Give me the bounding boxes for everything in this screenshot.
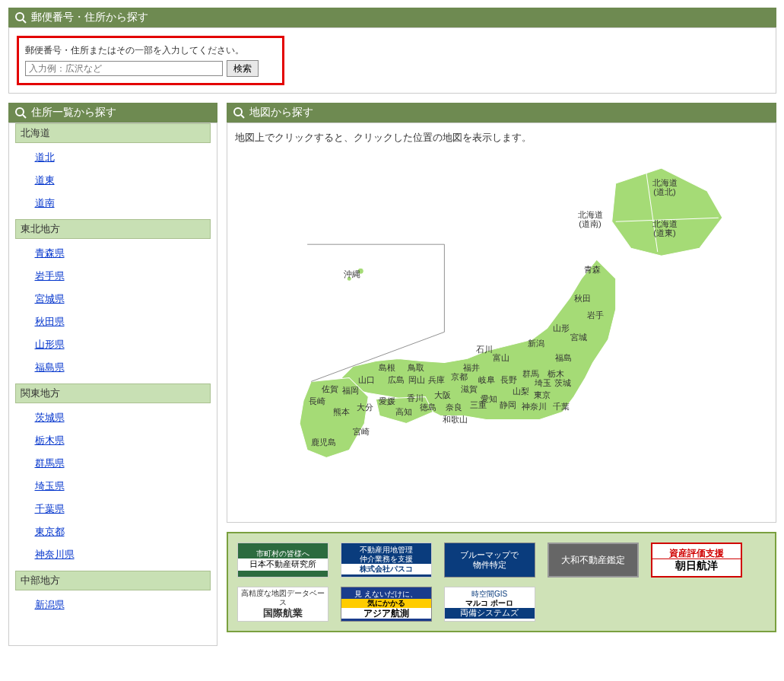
- map-region-label[interactable]: 北海道(道北): [652, 178, 678, 196]
- map-region-label[interactable]: 佐賀: [322, 384, 338, 393]
- map-region-label[interactable]: 滋賀: [461, 384, 478, 393]
- ad-banner[interactable]: 不動産用地管理仲介業務を支援株式会社パスコ: [341, 543, 432, 578]
- ad-banner[interactable]: 市町村の皆様へ日本不動産研究所: [237, 543, 329, 578]
- list-item: 青森県: [9, 242, 217, 265]
- map-region-label[interactable]: 北海道(道南): [578, 210, 603, 228]
- map-region-label[interactable]: 鳥取: [408, 363, 424, 372]
- list-panel-header: 住所一覧から探す: [8, 103, 217, 123]
- region-header: 関東地方: [15, 383, 211, 403]
- map-panel-header: 地図から探す: [227, 103, 776, 123]
- map-region-label[interactable]: 岡山: [408, 375, 425, 384]
- map-region-label[interactable]: 栃木: [548, 369, 564, 378]
- prefecture-link[interactable]: 道北: [35, 151, 55, 163]
- map-region-label[interactable]: 愛媛: [379, 396, 395, 406]
- map-region-label[interactable]: 高知: [395, 407, 412, 416]
- address-list-scroll[interactable]: 北海道道北道東道南東北地方青森県岩手県宮城県秋田県山形県福島県関東地方茨城県栃木…: [9, 123, 217, 645]
- search-panel-body: 郵便番号・住所またはその一部を入力してください。 検索: [8, 27, 776, 94]
- ad-banner[interactable]: 大和不動産鑑定: [548, 543, 639, 578]
- map-region-label[interactable]: 山形: [553, 323, 570, 333]
- map-region-label[interactable]: 京都: [451, 372, 468, 381]
- search-input[interactable]: [25, 61, 223, 76]
- map-region-label[interactable]: 北海道(道東): [652, 219, 678, 237]
- japan-map[interactable]: 北海道(道北)北海道(道南)北海道(道東)青森沖縄秋田岩手山形宮城新潟石川富山福…: [235, 149, 768, 514]
- svg-line-5: [241, 115, 244, 118]
- prefecture-link[interactable]: 福島県: [35, 361, 65, 373]
- map-region-label[interactable]: 新潟: [528, 339, 544, 348]
- prefecture-link[interactable]: 栃木県: [35, 434, 65, 446]
- list-item: 岩手県: [9, 265, 217, 288]
- prefecture-link[interactable]: 秋田県: [35, 316, 65, 327]
- map-region-label[interactable]: 徳島: [420, 403, 436, 412]
- search-panel-title: 郵便番号・住所から探す: [31, 11, 148, 24]
- list-item: 千葉県: [9, 498, 217, 520]
- map-region-label[interactable]: 宮城: [570, 333, 587, 342]
- map-region-label[interactable]: 福井: [463, 363, 480, 372]
- map-region-label[interactable]: 岩手: [587, 310, 604, 320]
- map-region-label[interactable]: 大分: [357, 403, 373, 412]
- map-region-label[interactable]: 千葉: [553, 402, 570, 411]
- search-button[interactable]: 検索: [227, 60, 259, 77]
- map-region-label[interactable]: 鹿児島: [311, 438, 336, 447]
- list-item: 埼玉県: [9, 475, 217, 498]
- banner-area: 市町村の皆様へ日本不動産研究所不動産用地管理仲介業務を支援株式会社パスコブルーマ…: [227, 532, 776, 632]
- prefecture-link[interactable]: 群馬県: [35, 457, 65, 469]
- list-item: 新潟県: [9, 593, 217, 616]
- region-header: 北海道: [15, 123, 211, 143]
- japan-map-svg: [235, 149, 768, 515]
- svg-point-2: [16, 108, 24, 116]
- prefecture-link[interactable]: 千葉県: [35, 503, 65, 514]
- search-icon: [14, 11, 27, 24]
- ad-banner[interactable]: 資産評価支援朝日航洋: [651, 543, 742, 578]
- map-region-label[interactable]: 和歌山: [443, 415, 468, 424]
- map-region-label[interactable]: 埼玉: [535, 378, 551, 387]
- map-region-label[interactable]: 青森: [584, 265, 601, 274]
- search-box: 郵便番号・住所またはその一部を入力してください。 検索: [17, 36, 284, 85]
- map-region-label[interactable]: 熊本: [333, 407, 350, 416]
- map-region-label[interactable]: 香川: [407, 393, 424, 403]
- search-panel-header: 郵便番号・住所から探す: [8, 8, 776, 27]
- ad-banner[interactable]: ブルーマップで物件特定: [444, 543, 535, 578]
- map-region-label[interactable]: 神奈川: [522, 402, 547, 411]
- map-region-label[interactable]: 山梨: [513, 387, 529, 396]
- prefecture-link[interactable]: 東京都: [35, 526, 65, 537]
- prefecture-link[interactable]: 埼玉県: [35, 480, 65, 492]
- prefecture-link[interactable]: 岩手県: [35, 270, 65, 282]
- map-region-label[interactable]: 宮崎: [353, 427, 370, 436]
- map-region-label[interactable]: 大阪: [434, 390, 451, 399]
- ad-banner[interactable]: 高精度な地図データベース国際航業: [237, 587, 329, 622]
- map-region-label[interactable]: 広島: [388, 375, 405, 384]
- map-region-label[interactable]: 秋田: [574, 294, 591, 303]
- map-region-label[interactable]: 長野: [500, 375, 517, 384]
- map-region-label[interactable]: 兵庫: [428, 375, 445, 384]
- prefecture-link[interactable]: 宮城県: [35, 293, 65, 304]
- list-item: 宮城県: [9, 288, 217, 310]
- prefecture-link[interactable]: 新潟県: [35, 599, 65, 610]
- map-region-label[interactable]: 奈良: [446, 403, 462, 412]
- map-region-label[interactable]: 福島: [555, 353, 572, 362]
- prefecture-link[interactable]: 山形県: [35, 339, 65, 350]
- ad-banner[interactable]: 見 えないだけに、気にかかるアジア航測: [341, 587, 432, 622]
- prefecture-link[interactable]: 道南: [35, 197, 55, 208]
- map-region-label[interactable]: 岐阜: [478, 375, 495, 384]
- map-region-label[interactable]: 東京: [534, 390, 551, 399]
- svg-point-0: [16, 13, 24, 21]
- prefecture-link[interactable]: 神奈川県: [35, 549, 75, 560]
- map-region-label[interactable]: 群馬: [522, 369, 539, 378]
- map-region-label[interactable]: 三重: [470, 400, 487, 409]
- ad-banner[interactable]: 時空間GISマルコ ポーロ両備システムズ: [444, 587, 535, 622]
- prefecture-link[interactable]: 青森県: [35, 247, 65, 259]
- map-region-label[interactable]: 静岡: [500, 400, 516, 409]
- map-region-label[interactable]: 沖縄: [344, 269, 360, 278]
- map-region-label[interactable]: 富山: [493, 353, 509, 362]
- map-region-label[interactable]: 山口: [358, 375, 375, 384]
- search-icon: [233, 107, 245, 119]
- list-item: 茨城県: [9, 406, 217, 429]
- map-region-label[interactable]: 石川: [476, 345, 493, 354]
- map-region-label[interactable]: 島根: [379, 363, 395, 372]
- prefecture-link[interactable]: 茨城県: [35, 412, 65, 423]
- prefecture-link[interactable]: 道東: [35, 174, 55, 186]
- list-item: 道南: [9, 192, 217, 215]
- map-region-label[interactable]: 長崎: [309, 396, 325, 406]
- map-region-label[interactable]: 福岡: [342, 386, 359, 395]
- map-region-label[interactable]: 茨城: [554, 378, 571, 387]
